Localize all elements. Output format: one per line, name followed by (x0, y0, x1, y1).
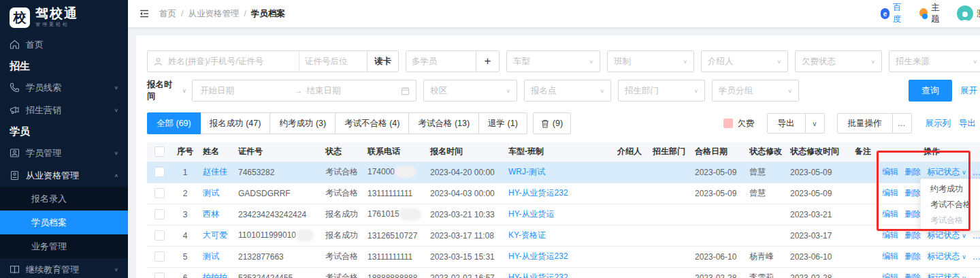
name-search-field[interactable] (163, 51, 283, 72)
dropdown-item-考试不合格[interactable]: 考试不合格 (921, 197, 980, 213)
class-link[interactable]: HY-从业货运232 (508, 251, 568, 261)
dropdown-item-约考成功[interactable]: 约考成功 (921, 181, 980, 197)
id-suffix-field[interactable] (299, 51, 367, 72)
cell-select (147, 246, 170, 267)
select-学员分组[interactable]: 学员分组∨ (712, 80, 799, 102)
date-range-picker[interactable]: → (192, 80, 416, 102)
class-link[interactable]: WRJ-测试 (508, 167, 545, 176)
more-actions-link[interactable]: … (973, 168, 980, 177)
export-dropdown-button[interactable]: ∨ (806, 113, 825, 134)
more-actions-link[interactable]: … (973, 252, 980, 262)
export-history-link[interactable]: 导出 (959, 118, 976, 129)
select-车型[interactable]: 车型∨ (506, 50, 600, 72)
student-name-link[interactable]: 赵佳佳 (203, 167, 227, 176)
more-actions-link[interactable]: … (973, 273, 980, 278)
delete-link[interactable]: 删除 (904, 187, 921, 199)
cell-dept (649, 183, 691, 204)
edit-link[interactable]: 编辑 (882, 208, 898, 220)
sidebar-item-学员管理[interactable]: 学员管理∨ (0, 142, 128, 164)
class-link[interactable]: HY-从业货运 (508, 209, 555, 219)
show-columns-link[interactable]: 展示列 (926, 118, 951, 129)
more-actions-link[interactable]: … (973, 231, 980, 241)
mark-status-link[interactable]: 标记状态 (927, 166, 960, 178)
select-欠费状态[interactable]: 欠费状态∨ (795, 50, 882, 72)
breadcrumb-item-首页[interactable]: 首页 (159, 8, 176, 20)
trash-tab[interactable]: (9) (533, 112, 571, 134)
row-checkbox[interactable] (154, 230, 165, 241)
sidebar-subitem-学员档案[interactable]: 学员档案 (0, 211, 128, 234)
cell-referrer (613, 204, 649, 225)
student-name-link[interactable]: 大可爱 (203, 230, 227, 240)
select-班制[interactable]: 班制∨ (607, 50, 694, 72)
delete-link[interactable]: 删除 (904, 251, 921, 262)
sidebar-item-继续教育管理[interactable]: 继续教育管理∨ (0, 258, 128, 278)
search-button[interactable]: 查询 (909, 80, 952, 102)
delete-link[interactable]: 删除 (904, 166, 921, 178)
theme-switcher[interactable]: 主题 (919, 2, 945, 25)
student-name-link[interactable]: 西林 (203, 209, 219, 219)
menu-fold-icon[interactable] (139, 8, 150, 19)
mark-status-link[interactable]: 标记状态 (927, 230, 960, 241)
tab-全部 (69)[interactable]: 全部 (69) (147, 112, 201, 134)
student-name-link[interactable]: 拍拍拍 (203, 273, 227, 278)
batch-more-button[interactable]: … (893, 113, 912, 134)
delete-link[interactable]: 删除 (904, 230, 921, 241)
name-search-input[interactable] (148, 51, 299, 72)
edit-link[interactable]: 编辑 (882, 230, 898, 241)
select-all-checkbox[interactable] (154, 146, 165, 157)
export-button[interactable]: 导出 (767, 113, 806, 134)
student-name-link[interactable]: 测试 (203, 251, 219, 261)
cell-name: 赵佳佳 (199, 161, 234, 183)
sidebar-item-学员线索[interactable]: 学员线索∨ (0, 76, 128, 99)
user-menu[interactable]: 测试 (957, 5, 980, 22)
breadcrumb-item-从业资格管理[interactable]: 从业资格管理 (188, 8, 239, 20)
start-date-field[interactable] (199, 80, 292, 101)
tab-报名成功 (47)[interactable]: 报名成功 (47) (200, 112, 271, 134)
student-icon (10, 148, 20, 158)
sidebar-item-从业资格管理[interactable]: 从业资格管理∧ (0, 164, 128, 187)
owing-legend-swatch (723, 119, 733, 128)
sidebar-item-招生营销[interactable]: 招生营销∨ (0, 99, 128, 121)
row-checkbox[interactable] (154, 188, 165, 198)
class-link[interactable]: HY-从业货运232 (508, 188, 568, 198)
sidebar-item-label: 从业资格管理 (26, 170, 79, 182)
edit-link[interactable]: 编辑 (882, 272, 898, 278)
row-checkbox[interactable] (154, 209, 165, 219)
tab-考试不合格 (4)[interactable]: 考试不合格 (4) (335, 112, 409, 134)
cell-pass-date: 2023-06-10 (691, 246, 745, 267)
class-link[interactable]: HY-从业货运232 (508, 273, 568, 278)
read-card-button[interactable]: 读卡 (367, 51, 398, 72)
mark-status-link[interactable]: 标记状态 (927, 272, 960, 278)
edit-link[interactable]: 编辑 (882, 187, 898, 199)
expand-filters-link[interactable]: 展开 ∨ (960, 85, 980, 97)
sidebar-subitem-业务管理[interactable]: 业务管理 (0, 234, 128, 258)
date-type-select[interactable]: 报名时间 ∨ (147, 79, 186, 102)
row-checkbox[interactable] (154, 167, 165, 177)
row-checkbox[interactable] (154, 251, 165, 262)
row-checkbox[interactable] (154, 273, 165, 278)
sidebar: 校 驾校通 管理更轻松 首页招生学员线索∨招生营销∨学员学员管理∨从业资格管理∧… (0, 0, 128, 278)
end-date-field[interactable] (306, 80, 399, 101)
tab-退学 (1)[interactable]: 退学 (1) (478, 112, 527, 134)
select-报名点[interactable]: 报名点∨ (524, 80, 611, 102)
student-name-link[interactable]: 测试 (203, 188, 219, 198)
sidebar-subitem-报名录入[interactable]: 报名录入 (0, 187, 128, 211)
tab-约考成功 (3)[interactable]: 约考成功 (3) (270, 112, 336, 134)
sidebar-item-首页[interactable]: 首页 (0, 33, 128, 56)
batch-operation-button[interactable]: 批量操作 (837, 113, 893, 134)
baidu-shortcut[interactable]: e 百度 (881, 2, 906, 25)
select-校区[interactable]: 校区∨ (423, 80, 517, 102)
cell-class: HY-从业货运232 (504, 183, 613, 204)
delete-link[interactable]: 删除 (904, 208, 921, 220)
class-link[interactable]: KY-资格证 (508, 230, 546, 240)
tab-考试合格 (13)[interactable]: 考试合格 (13) (408, 112, 479, 134)
multi-student-field[interactable] (406, 51, 476, 72)
mark-status-link[interactable]: 标记状态 (927, 251, 960, 262)
edit-link[interactable]: 编辑 (882, 166, 898, 178)
delete-link[interactable]: 删除 (904, 272, 921, 278)
edit-link[interactable]: 编辑 (882, 251, 898, 262)
select-介绍人[interactable]: 介绍人∨ (701, 50, 788, 72)
select-招生来源[interactable]: 招生来源∨ (889, 50, 980, 72)
add-student-button[interactable]: + (476, 51, 499, 72)
select-招生部门[interactable]: 招生部门∨ (618, 80, 705, 102)
